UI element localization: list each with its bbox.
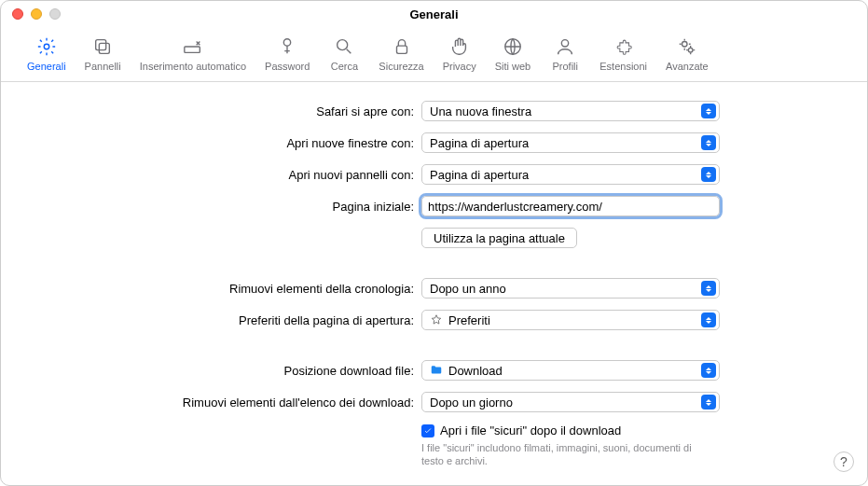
- chevron-updown-icon: [701, 104, 716, 118]
- window-title: Generali: [1, 7, 867, 21]
- globe-icon: [501, 35, 525, 59]
- popup-new-tabs-open-with[interactable]: Pagina di apertura: [421, 164, 720, 185]
- svg-point-5: [338, 40, 348, 50]
- popup-safari-opens-with[interactable]: Una nuova finestra: [421, 101, 720, 121]
- tab-websites[interactable]: Siti web: [488, 33, 539, 72]
- autofill-icon: [181, 35, 205, 59]
- chevron-updown-icon: [701, 167, 716, 182]
- popup-favorites-shows[interactable]: Preferiti: [421, 310, 720, 330]
- tab-security[interactable]: Sicurezza: [371, 33, 431, 72]
- row-set-current-page: Utilizza la pagina attuale: [34, 228, 834, 248]
- chevron-updown-icon: [701, 135, 716, 150]
- chevron-updown-icon: [701, 281, 716, 296]
- star-icon: [430, 313, 443, 326]
- row-open-safe-files: Apri i file "sicuri" dopo il download I …: [34, 424, 834, 468]
- popup-new-windows-open-with[interactable]: Pagina di apertura: [421, 132, 720, 153]
- open-safe-files-checkbox[interactable]: [421, 424, 434, 437]
- hand-icon: [448, 35, 472, 59]
- row-remove-downloads: Rimuovi elementi dall'elenco dei downloa…: [34, 392, 834, 412]
- tab-profiles[interactable]: Profili: [542, 33, 588, 72]
- popup-download-location[interactable]: Download: [421, 360, 720, 381]
- tab-advanced[interactable]: Avanzate: [658, 33, 716, 72]
- popup-remove-history[interactable]: Dopo un anno: [421, 278, 720, 299]
- svg-rect-2: [99, 43, 109, 53]
- svg-point-0: [44, 44, 49, 49]
- chevron-updown-icon: [701, 312, 716, 327]
- tab-privacy[interactable]: Privacy: [435, 33, 484, 72]
- tabs-icon: [90, 35, 115, 59]
- tab-autofill[interactable]: Inserimento automatico: [132, 33, 254, 72]
- tab-tabs[interactable]: Pannelli: [77, 33, 129, 72]
- label-safari-opens-with: Safari si apre con:: [34, 104, 421, 118]
- homepage-input[interactable]: [421, 196, 720, 216]
- label-remove-history: Rimuovi elementi della cronologia:: [34, 282, 421, 296]
- general-settings-form: Safari si apre con: Una nuova finestra A…: [1, 82, 867, 485]
- svg-point-4: [284, 39, 291, 46]
- label-new-windows-open-with: Apri nuove finestre con:: [34, 136, 421, 150]
- puzzle-icon: [612, 35, 636, 59]
- row-new-tabs-open-with: Apri nuovi pannelli con: Pagina di apert…: [34, 164, 834, 185]
- help-button[interactable]: ?: [834, 451, 854, 472]
- row-remove-history: Rimuovi elementi della cronologia: Dopo …: [34, 278, 834, 299]
- label-remove-downloads: Rimuovi elementi dall'elenco dei downloa…: [34, 396, 421, 410]
- svg-point-9: [682, 42, 687, 48]
- folder-icon: [430, 364, 443, 377]
- check-icon: [423, 426, 433, 436]
- tab-passwords[interactable]: Password: [257, 33, 317, 72]
- label-favorites-shows: Preferiti della pagina di apertura:: [34, 313, 421, 327]
- svg-rect-3: [185, 47, 200, 52]
- row-favorites-shows: Preferiti della pagina di apertura: Pref…: [34, 310, 834, 330]
- chevron-updown-icon: [701, 363, 716, 378]
- tab-general[interactable]: Generali: [20, 33, 74, 72]
- gears-icon: [675, 35, 699, 59]
- row-homepage: Pagina iniziale:: [34, 196, 834, 216]
- set-current-page-button[interactable]: Utilizza la pagina attuale: [421, 228, 577, 248]
- key-icon: [275, 35, 299, 59]
- preferences-window: Generali Generali Pannelli Inserimento a…: [0, 0, 868, 486]
- label-download-location: Posizione download file:: [34, 364, 421, 378]
- popup-remove-downloads[interactable]: Dopo un giorno: [421, 392, 720, 412]
- preferences-toolbar: Generali Pannelli Inserimento automatico…: [1, 27, 867, 82]
- gear-icon: [34, 35, 59, 59]
- lock-icon: [390, 35, 414, 59]
- svg-point-10: [688, 48, 693, 52]
- svg-rect-6: [396, 46, 406, 53]
- svg-rect-1: [96, 40, 106, 50]
- person-icon: [553, 35, 577, 59]
- row-safari-opens-with: Safari si apre con: Una nuova finestra: [34, 101, 834, 121]
- row-new-windows-open-with: Apri nuove finestre con: Pagina di apert…: [34, 132, 834, 153]
- titlebar: Generali: [1, 1, 867, 27]
- chevron-updown-icon: [701, 395, 716, 410]
- label-homepage: Pagina iniziale:: [34, 200, 421, 214]
- label-new-tabs-open-with: Apri nuovi pannelli con:: [34, 168, 421, 182]
- row-download-location: Posizione download file: Download: [34, 360, 834, 381]
- tab-search[interactable]: Cerca: [321, 33, 367, 72]
- tab-extensions[interactable]: Estensioni: [592, 33, 654, 72]
- open-safe-files-hint: I file "sicuri" includono filmati, immag…: [421, 441, 701, 468]
- search-icon: [332, 35, 356, 59]
- svg-point-8: [562, 40, 569, 47]
- open-safe-files-label: Apri i file "sicuri" dopo il download: [440, 424, 621, 437]
